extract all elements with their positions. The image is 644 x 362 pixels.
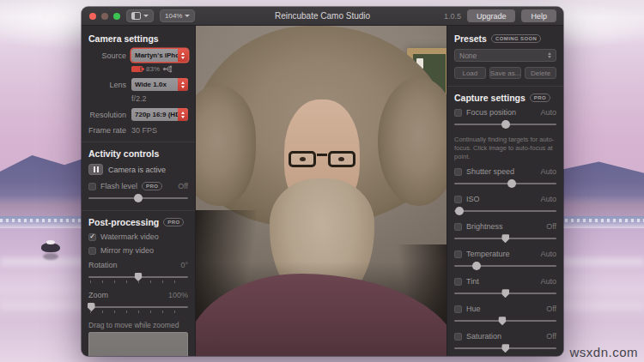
upgrade-button[interactable]: Upgrade (467, 9, 516, 22)
control-slider[interactable] (454, 261, 556, 271)
flash-value: Off (178, 182, 188, 190)
capture-control-row: ISO Auto (454, 195, 556, 216)
control-value: Auto (540, 195, 556, 203)
stepper-icon (178, 108, 188, 121)
mirror-label: Mirror my video (100, 246, 154, 255)
presets-dropdown[interactable]: None (454, 49, 556, 62)
traffic-lights (89, 13, 120, 20)
pro-badge: PRO (530, 94, 550, 102)
rotation-slider[interactable] (88, 272, 188, 285)
drag-hint: Drag to move while zoomed (88, 321, 188, 329)
pro-badge: PRO (163, 218, 184, 226)
control-value: Off (546, 305, 556, 313)
zoom-slider[interactable] (88, 302, 188, 315)
chevron-down-icon (143, 15, 149, 17)
control-slider[interactable] (454, 119, 556, 130)
camera-active-label: Camera is active (108, 166, 166, 174)
control-label: Focus position (466, 108, 516, 117)
control-slider[interactable] (454, 316, 556, 326)
zoom-label: Zoom (88, 291, 108, 299)
capture-control-row: Hue Off (454, 305, 556, 326)
zoom-pan-preview[interactable] (88, 332, 188, 356)
control-label: Saturation (466, 332, 501, 341)
control-value: Auto (540, 108, 556, 117)
control-label: Temperature (466, 250, 510, 258)
resolution-value: 720p 16:9 (HD) (135, 111, 178, 118)
lens-label: Lens (88, 81, 126, 89)
camera-settings-panel: Camera settings Source Martyn's iPhone 6… (82, 26, 196, 356)
control-checkbox[interactable] (454, 250, 462, 258)
control-value: Off (546, 332, 556, 341)
battery-icon (131, 66, 143, 72)
delete-button[interactable]: Delete (525, 67, 556, 79)
coming-soon-badge: COMING SOON (491, 34, 541, 43)
control-slider[interactable] (454, 288, 556, 299)
control-checkbox[interactable] (454, 278, 462, 286)
control-slider[interactable] (454, 178, 556, 189)
resolution-label: Resolution (88, 111, 126, 119)
control-checkbox[interactable] (454, 333, 462, 341)
capture-settings-panel: Presets COMING SOON None Load Save as...… (447, 26, 563, 356)
site-watermark: wsxdn.com (569, 345, 638, 359)
close-button[interactable] (89, 13, 96, 20)
sidebar-icon (131, 12, 141, 20)
source-label: Source (88, 51, 126, 60)
control-slider[interactable] (454, 206, 556, 216)
zoom-level-dropdown[interactable]: 104% (160, 9, 195, 22)
camo-studio-window: 104% Reincubate Camo Studio 1.0.5 Upgrad… (82, 7, 563, 356)
source-value: Martyn's iPhone 6S (135, 51, 178, 59)
control-checkbox[interactable] (454, 109, 462, 117)
desktop: wsxdn.com 104% Reincubate Camo Studio 1.… (0, 0, 644, 362)
capture-control-row: Shutter speed Auto (454, 167, 556, 189)
person-glasses (289, 151, 355, 168)
camera-settings-header: Camera settings (88, 33, 188, 44)
lens-value: Wide 1.0x (135, 81, 178, 88)
lens-dropdown[interactable]: Wide 1.0x (131, 78, 188, 91)
watermark-checkbox[interactable] (88, 233, 96, 241)
capture-control-row: Focus position Auto (454, 108, 556, 130)
control-checkbox[interactable] (454, 168, 462, 176)
save-as-button[interactable]: Save as... (489, 67, 522, 79)
rotation-label: Rotation (88, 261, 118, 269)
watermark-label: Watermark video (100, 232, 159, 241)
divider (82, 210, 195, 211)
control-label: Hue (466, 305, 481, 313)
stepper-icon (178, 49, 188, 62)
flash-checkbox[interactable] (88, 183, 96, 190)
minimize-button[interactable] (101, 13, 108, 20)
resolution-dropdown[interactable]: 720p 16:9 (HD) (131, 108, 188, 121)
flash-slider[interactable] (88, 193, 188, 203)
zoom-window-button[interactable] (113, 13, 120, 20)
divider (447, 86, 563, 87)
battery-percent: 83% (146, 65, 160, 73)
control-value: Auto (540, 250, 556, 258)
autofocus-note: Continually finding targets for auto-foc… (454, 136, 556, 160)
control-label: Brightness (466, 222, 503, 231)
control-checkbox[interactable] (454, 196, 462, 203)
usb-icon (163, 65, 173, 73)
control-checkbox[interactable] (454, 305, 462, 313)
presets-header: Presets (454, 33, 487, 44)
stepper-icon (548, 52, 551, 58)
mirror-checkbox[interactable] (88, 247, 96, 255)
stepper-icon (178, 78, 188, 91)
help-button[interactable]: Help (521, 9, 556, 22)
frame-rate-value: 30 FPS (131, 126, 188, 135)
sidebar-toggle-button[interactable] (126, 9, 154, 22)
control-slider[interactable] (454, 233, 556, 244)
post-processing-header: Post-processing (88, 217, 159, 227)
control-checkbox[interactable] (454, 223, 462, 231)
control-value: Auto (540, 167, 556, 176)
control-slider[interactable] (454, 343, 556, 353)
control-value: Off (546, 222, 556, 231)
zoom-level-value: 104% (165, 12, 182, 20)
zoom-value: 100% (168, 291, 188, 299)
app-version: 1.0.5 (444, 12, 461, 21)
source-dropdown[interactable]: Martyn's iPhone 6S (131, 49, 188, 62)
camera-preview[interactable] (196, 26, 447, 356)
pause-camera-button[interactable] (88, 164, 103, 175)
control-label: Shutter speed (466, 167, 514, 176)
load-button[interactable]: Load (454, 67, 486, 79)
capture-settings-header: Capture settings (454, 93, 526, 103)
capture-controls-list: Focus position Auto Continually finding … (454, 108, 556, 356)
